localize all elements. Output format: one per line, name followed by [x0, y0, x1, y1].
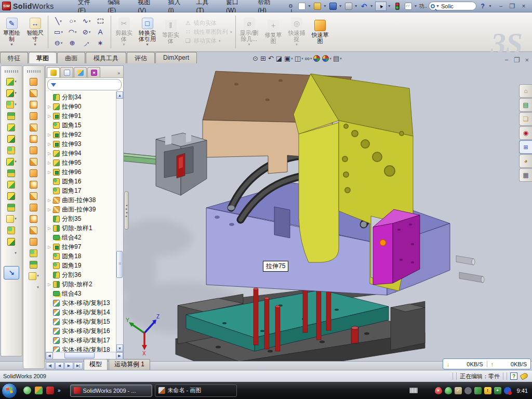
graphics-area[interactable]: Y Z X [124, 52, 532, 361]
tab-mold-tools[interactable]: 模具工具 [86, 52, 126, 63]
tree-item[interactable]: 圆角19 [48, 261, 116, 270]
expand-twisty-icon[interactable]: ▷ [48, 245, 53, 249]
tree-filter-input[interactable] [47, 79, 122, 90]
taskbar-button-solidworks[interactable]: SolidWorks 2009 - ... [70, 384, 152, 397]
revolved-boss-icon[interactable] [1, 133, 22, 144]
extruded-cut-icon[interactable]: ▾ [1, 87, 22, 99]
doc-minimize-button[interactable]: − [504, 56, 509, 64]
scroll-thumb[interactable] [116, 251, 123, 278]
repair-sketch-button[interactable]: + 修复草图 [262, 12, 285, 51]
scroll-left-arrow[interactable]: ◀ [46, 352, 53, 360]
open-dropdown[interactable]: ▼ [323, 4, 327, 8]
scroll-up-arrow[interactable]: ▲ [116, 91, 123, 99]
tab-surfaces[interactable]: 曲面 [57, 52, 85, 63]
tree-horizontal-scrollbar[interactable]: ◀ ▶ [46, 352, 123, 359]
tree-item[interactable]: 实体-移动/复制13 [48, 298, 116, 308]
input-method-keyboard-icon[interactable] [409, 388, 418, 393]
tab-sketch[interactable]: 草图 [29, 52, 57, 63]
slot-tool-icon[interactable]: ⊖▾ [51, 37, 65, 48]
offset-entities-button[interactable]: ‖ 等距实体 [159, 12, 182, 51]
tab-nav-button[interactable]: ▶ [64, 362, 73, 369]
tree-item[interactable]: ▷ 曲面-拉伸39 [48, 205, 116, 214]
apply-scene-icon[interactable]: ▾ [322, 55, 331, 62]
file-explorer-tab[interactable]: ❏ [519, 112, 532, 126]
tree-item[interactable]: ▷ 拉伸91 [48, 111, 116, 121]
move-copy-body-icon[interactable] [1, 202, 22, 213]
replace-face-icon[interactable] [23, 202, 44, 213]
warning-tray-icon[interactable]: ! [484, 387, 491, 394]
scroll-right-arrow[interactable]: ▶ [116, 352, 123, 360]
tree-item[interactable]: 分割35 [48, 214, 116, 223]
edit-appearance-icon[interactable] [313, 55, 321, 62]
tree-item[interactable]: 圆角18 [48, 251, 116, 261]
filled-surface-icon[interactable] [23, 133, 44, 144]
linear-sketch-pattern-button[interactable]: ∷ 线性草图阵列 ▾ [184, 28, 232, 36]
open-document-icon[interactable] [313, 2, 322, 11]
tree-item[interactable]: ▷ 拉伸95 [48, 158, 116, 167]
polygon-tool-icon[interactable]: ⊕ [65, 37, 79, 48]
part-guide-pegs[interactable] [456, 256, 484, 283]
options-dropdown[interactable]: ▼ [414, 4, 418, 8]
quick-snaps-button[interactable]: ◎ 快速捕捉 ▼ [285, 12, 309, 51]
help-icon[interactable]: ? [478, 2, 487, 11]
swept-boss-icon[interactable] [1, 110, 22, 122]
tab-evaluate[interactable]: 评估 [127, 52, 155, 63]
linear-pattern-icon[interactable]: ▾ [1, 156, 22, 167]
tree-item[interactable]: 圆角15 [48, 121, 116, 130]
tree-item[interactable]: ▷ 拉伸96 [48, 167, 116, 177]
panel-splitter-handle[interactable]: ◂▸◂▸ [124, 191, 129, 230]
select-tool-button[interactable]: ▲ [375, 2, 387, 11]
messenger-quick-launch-icon[interactable] [23, 387, 31, 394]
circle-tool-icon[interactable]: ○▾ [65, 16, 79, 26]
rebuild-icon[interactable] [393, 2, 402, 11]
rectangle-tool-icon[interactable]: ▭▾ [51, 26, 65, 37]
quick-launch-icon[interactable] [35, 387, 43, 394]
ruled-surface-icon[interactable] [23, 179, 44, 190]
expand-twisty-icon[interactable]: ▷ [48, 282, 53, 287]
tree-item[interactable]: ▷ 拉伸93 [48, 139, 116, 149]
surface-curves-icon[interactable]: ▾ [23, 282, 44, 293]
sketch-fillet-icon[interactable]: ◞▾ [79, 37, 94, 48]
custom-properties-tab[interactable]: ▦ [519, 168, 532, 182]
hide-show-items-icon[interactable]: ∞▾ [305, 55, 312, 62]
window-close-button[interactable]: × [520, 3, 528, 10]
print-dropdown[interactable]: ▼ [354, 4, 358, 8]
more-tabs-chevron[interactable]: » [115, 71, 122, 77]
appearances-scenes-tab[interactable]: ◕ [519, 154, 532, 168]
thicken-icon[interactable] [23, 259, 44, 270]
arc-tool-icon[interactable]: ◠▾ [65, 26, 79, 37]
tree-item[interactable]: ▷ 拉伸92 [48, 130, 116, 139]
axis-icon[interactable] [1, 236, 22, 247]
extruded-surface-icon[interactable] [23, 76, 44, 87]
ellipse-tool-icon[interactable]: ⊘▾ [79, 26, 94, 37]
revolved-surface-icon[interactable] [23, 87, 44, 99]
blocked-tray-icon[interactable] [504, 387, 511, 394]
tree-item[interactable]: ▷ 曲面-拉伸38 [48, 195, 116, 205]
tree-item[interactable]: 组合43 [48, 289, 116, 298]
window-restore-button[interactable]: ❐ [508, 3, 516, 10]
dimxpertmanager-tab[interactable] [87, 67, 100, 77]
view-palette-tab[interactable]: ⊞ [519, 140, 532, 154]
combine-bodies-icon[interactable] [1, 167, 22, 179]
planar-surface-icon[interactable] [23, 144, 44, 156]
select-dropdown[interactable]: ▼ [388, 4, 391, 8]
expand-twisty-icon[interactable]: ▷ [48, 104, 53, 109]
tree-item[interactable]: 圆角17 [48, 186, 116, 195]
undo-icon[interactable]: ↶ [360, 2, 369, 11]
fillet-surface-icon[interactable] [23, 247, 44, 259]
volume-tray-icon[interactable] [464, 387, 472, 394]
undo-dropdown[interactable]: ▼ [370, 4, 374, 8]
convert-entities-button[interactable]: □ 转换实体引用 ▼ [136, 12, 159, 51]
motion-study-tab[interactable]: 运动算例 1 [109, 359, 150, 370]
lofted-boss-icon[interactable] [1, 122, 22, 133]
antivirus-alert-tray-icon[interactable]: × [435, 387, 442, 394]
tree-item[interactable]: ▷ 切除-放样1 [48, 223, 116, 233]
tree-item[interactable]: ▷ 切除-放样2 [48, 280, 116, 289]
tab-dimxpert[interactable]: DimXpert [155, 52, 197, 63]
design-library-tab[interactable]: ▤ [519, 98, 532, 112]
configurationmanager-tab[interactable] [74, 67, 87, 77]
plane-icon[interactable] [1, 224, 22, 236]
new-dropdown[interactable]: ▼ [308, 4, 311, 8]
save-dropdown[interactable]: ▼ [339, 4, 342, 8]
previous-view-icon[interactable]: ↶ [268, 55, 274, 62]
